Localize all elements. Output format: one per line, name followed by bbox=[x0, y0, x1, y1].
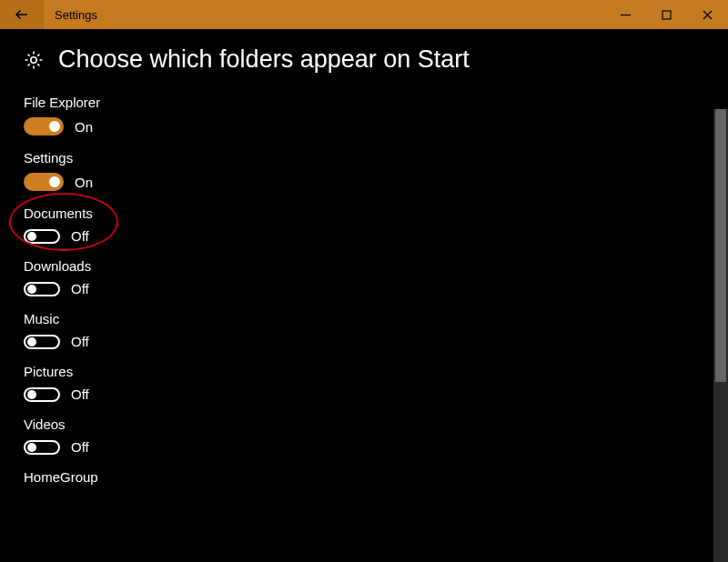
page-heading-row: Choose which folders appear on Start bbox=[0, 45, 728, 74]
setting-label: Pictures bbox=[24, 364, 728, 379]
toggle-state-label: On bbox=[75, 119, 93, 135]
gear-icon bbox=[22, 48, 46, 72]
setting-label: Music bbox=[24, 311, 728, 326]
close-button[interactable] bbox=[687, 0, 728, 29]
back-button[interactable] bbox=[0, 0, 44, 29]
toggle-state-label: Off bbox=[71, 439, 89, 455]
toggle-row: Off bbox=[24, 386, 728, 402]
setting-item: File ExplorerOn bbox=[24, 95, 728, 135]
toggle-state-label: Off bbox=[71, 386, 89, 402]
svg-point-5 bbox=[31, 56, 36, 62]
setting-label: File Explorer bbox=[24, 95, 728, 110]
svg-rect-2 bbox=[662, 11, 671, 19]
maximize-icon bbox=[662, 10, 672, 20]
toggle-knob bbox=[49, 121, 60, 132]
page-title: Choose which folders appear on Start bbox=[58, 45, 470, 74]
toggle-switch[interactable] bbox=[24, 387, 60, 402]
toggle-knob bbox=[27, 232, 36, 241]
setting-item: MusicOff bbox=[24, 311, 728, 349]
setting-label: Downloads bbox=[24, 258, 728, 274]
toggle-state-label: Off bbox=[71, 334, 89, 349]
toggle-switch[interactable] bbox=[24, 229, 60, 244]
toggle-knob bbox=[27, 285, 36, 294]
toggle-switch[interactable] bbox=[24, 173, 64, 191]
toggle-switch[interactable] bbox=[24, 282, 60, 296]
toggle-knob bbox=[27, 337, 36, 346]
toggle-row: On bbox=[24, 173, 728, 191]
setting-label: Videos bbox=[24, 416, 728, 432]
toggle-switch[interactable] bbox=[24, 335, 60, 349]
maximize-button[interactable] bbox=[646, 0, 687, 29]
toggle-knob bbox=[27, 443, 36, 452]
toggle-state-label: On bbox=[75, 175, 93, 190]
minimize-button[interactable] bbox=[605, 0, 646, 29]
toggle-switch[interactable] bbox=[24, 440, 60, 455]
toggle-knob bbox=[27, 390, 36, 399]
window-title: Settings bbox=[44, 0, 605, 29]
toggle-knob bbox=[49, 176, 60, 187]
toggle-row: Off bbox=[24, 439, 728, 455]
back-arrow-icon bbox=[14, 6, 30, 23]
scrollbar-track[interactable] bbox=[713, 109, 728, 562]
setting-item: DocumentsOff bbox=[24, 206, 728, 244]
setting-label-cutoff: HomeGroup bbox=[24, 469, 728, 485]
scrollbar-thumb[interactable] bbox=[715, 109, 726, 382]
window-controls bbox=[605, 0, 728, 29]
toggle-row: On bbox=[24, 117, 728, 135]
close-icon bbox=[703, 10, 713, 20]
toggle-state-label: Off bbox=[71, 228, 89, 244]
toggle-state-label: Off bbox=[71, 281, 89, 296]
setting-item: PicturesOff bbox=[24, 364, 728, 402]
setting-label: Documents bbox=[24, 206, 728, 221]
titlebar: Settings bbox=[0, 0, 728, 29]
toggle-row: Off bbox=[24, 334, 728, 349]
setting-item: VideosOff bbox=[24, 416, 728, 455]
minimize-icon bbox=[621, 10, 631, 20]
setting-item: SettingsOn bbox=[24, 150, 728, 191]
toggle-switch[interactable] bbox=[24, 117, 64, 135]
toggle-row: Off bbox=[24, 281, 728, 296]
setting-label: Settings bbox=[24, 150, 728, 166]
toggle-row: Off bbox=[24, 228, 728, 244]
setting-item: DownloadsOff bbox=[24, 258, 728, 296]
content-area: Choose which folders appear on Start Fil… bbox=[0, 29, 728, 562]
settings-list: File ExplorerOnSettingsOnDocumentsOffDow… bbox=[0, 95, 728, 562]
